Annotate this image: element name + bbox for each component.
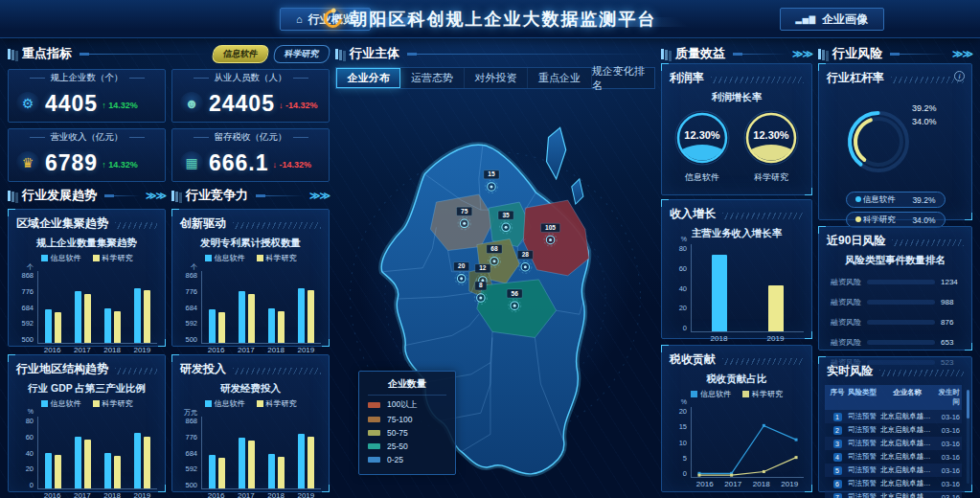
series-toggle-信息软件[interactable]: 信息软件 (211, 45, 269, 63)
bar (298, 434, 305, 488)
subject-tabs: 企业分布运营态势对外投资重点企业规企变化排名 (335, 67, 655, 89)
risk-rank-track (867, 300, 935, 305)
x-axis: 2016201720182019 (201, 346, 321, 354)
section-title: 利润率 (670, 70, 704, 86)
y-axis-unit: % (28, 408, 34, 415)
bar (55, 312, 61, 343)
tab-规企变化排名[interactable]: 规企变化排名 (592, 68, 654, 88)
chart-patents: 发明专利累计授权数量信息软件科学研究个868776684592500201620… (172, 237, 329, 354)
data-point (795, 439, 798, 441)
date-cell: 03-16 (934, 493, 960, 498)
tab-企业分布[interactable]: 企业分布 (336, 68, 400, 88)
tab-对外投资[interactable]: 对外投资 (465, 68, 528, 88)
kpi-card: 营业收入（亿元）♛6789↑ 14.32% (8, 128, 166, 182)
legend-item: 科学研究 (93, 398, 133, 409)
series-toggle-科学研究[interactable]: 科学研究 (272, 45, 330, 63)
scrollbar-thumb[interactable] (967, 390, 969, 419)
gauge-value: 12.30% (672, 129, 732, 141)
y-axis-tick: 776 (21, 287, 34, 296)
risk-rank-value: 988 (941, 298, 964, 306)
x-axis-label: 2017 (74, 346, 91, 354)
header-divider (80, 54, 207, 55)
x-axis-label: 2019 (767, 334, 785, 343)
panel-industry-subject-title: 行业主体 (350, 45, 399, 62)
kpi-delta: ↑ 14.32% (102, 160, 138, 170)
chart-rnd-spend: 研发经费投入信息软件科学研究万元868776684592500201620172… (172, 382, 329, 498)
y-axis: %806040200 (14, 417, 37, 489)
expand-arrows-icon[interactable]: ≫≫ (146, 190, 166, 202)
date-cell: 03-16 (934, 440, 960, 448)
section-title-row: 创新驱动 (172, 210, 329, 234)
table-row[interactable]: 1司法预警北京启航卓越科技有限公司03-16 (825, 410, 962, 423)
table-row[interactable]: 5司法预警北京启航卓越科技有限公司03-16 (825, 464, 962, 477)
hatch-decoration (722, 358, 804, 365)
risk-rank-track (867, 340, 935, 345)
y-axis: %20151050 (668, 407, 691, 478)
x-axis-label: 2017 (724, 480, 741, 488)
leverage-legend-value: 39.2% (912, 195, 935, 205)
risk-rank-value: 653 (941, 338, 964, 347)
legend-swatch (93, 255, 100, 261)
y-axis-tick: 80 (26, 417, 34, 425)
tab-重点企业[interactable]: 重点企业 (528, 68, 591, 88)
risk-type-cell: 司法预警 (848, 425, 880, 435)
bar-group (268, 271, 285, 343)
y-axis-tick: 0 (683, 324, 687, 332)
table-row[interactable]: 7司法预警北京启航卓越科技有限公司03-16 (825, 490, 962, 498)
row-index-cell: 4 (827, 453, 848, 462)
y-axis-tick: 684 (185, 304, 197, 312)
expand-arrows-icon[interactable]: ≫≫ (792, 48, 812, 60)
bar (298, 288, 305, 343)
chart-company-cluster: 规上企业数量集聚趋势信息软件科学研究个868776684592500201620… (9, 237, 165, 354)
gauge-value: 12.30% (741, 129, 801, 141)
leverage-donut: 39.2% 34.0% (819, 88, 971, 188)
section-realtime-risk: 实时风险 序号风险类型企业名称发生时间1司法预警北京启航卓越科技有限公司03-1… (818, 356, 972, 492)
x-axis-label: 2016 (44, 491, 61, 498)
x-axis: 2016201720182019 (37, 346, 157, 354)
hatch-decoration (879, 370, 964, 376)
row-index-cell: 5 (827, 466, 848, 475)
gauge-label: 信息软件 (672, 171, 732, 184)
table-row[interactable]: 3司法预警北京启航卓越科技有限公司03-16 (825, 437, 962, 450)
x-axis-label: 2019 (133, 491, 150, 498)
district-map: 15753510568282012856 企业数量 100以上75-10050-… (335, 94, 655, 490)
bar (239, 291, 245, 343)
expand-arrows-icon[interactable]: ≫≫ (952, 48, 972, 60)
bar-group (104, 271, 121, 343)
nav-enterprise-portrait[interactable]: ▂▅▇ 企业画像 (780, 8, 884, 31)
leverage-value-info: 39.2% (912, 102, 937, 115)
bar (75, 291, 81, 343)
expand-arrows-icon[interactable]: ≫≫ (309, 190, 330, 202)
legend-item: 信息软件 (41, 398, 81, 409)
risk-rank-value: 876 (941, 318, 964, 327)
date-cell: 03-16 (934, 466, 960, 475)
panel-bars-icon (171, 191, 174, 201)
bar-group (104, 417, 121, 488)
risk-rank-row: 融资风险876 (827, 317, 964, 328)
section-risk-90d: 近90日风险 风险类型事件数量排名 融资风险1234融资风险988融资风险876… (818, 226, 972, 351)
table-row[interactable]: 6司法预警北京启航卓越科技有限公司03-16 (825, 477, 962, 490)
y-axis-tick: 20 (679, 304, 687, 312)
people-icon: ☻ (180, 92, 203, 115)
row-index-badge: 7 (833, 493, 842, 498)
kpi-value: 6789 (45, 150, 98, 176)
section-rnd-investment: 研发投入 研发经费投入信息软件科学研究万元8687766845925002016… (171, 354, 330, 492)
bar-group (209, 417, 225, 488)
line-series (699, 458, 796, 476)
y-axis-tick: 592 (185, 464, 197, 473)
row-index-cell: 7 (827, 493, 848, 498)
header-divider (256, 195, 304, 196)
bar-group (45, 417, 61, 488)
info-icon[interactable]: i (954, 71, 965, 81)
tab-运营态势[interactable]: 运营态势 (400, 68, 464, 88)
row-index-badge: 5 (833, 466, 842, 475)
y-axis-tick: 868 (185, 271, 197, 280)
y-axis-unit: 个 (191, 262, 197, 272)
column-header: 企业名称 (880, 388, 934, 407)
map-legend-swatch (368, 430, 380, 436)
y-axis-tick: 0 (30, 481, 34, 489)
table-row[interactable]: 2司法预警北京启航卓越科技有限公司03-16 (825, 423, 962, 437)
chart-title: 发明专利累计授权数量 (172, 237, 329, 250)
table-row[interactable]: 4司法预警北京启航卓越科技有限公司03-16 (825, 450, 962, 464)
section-title: 创新驱动 (180, 215, 226, 232)
